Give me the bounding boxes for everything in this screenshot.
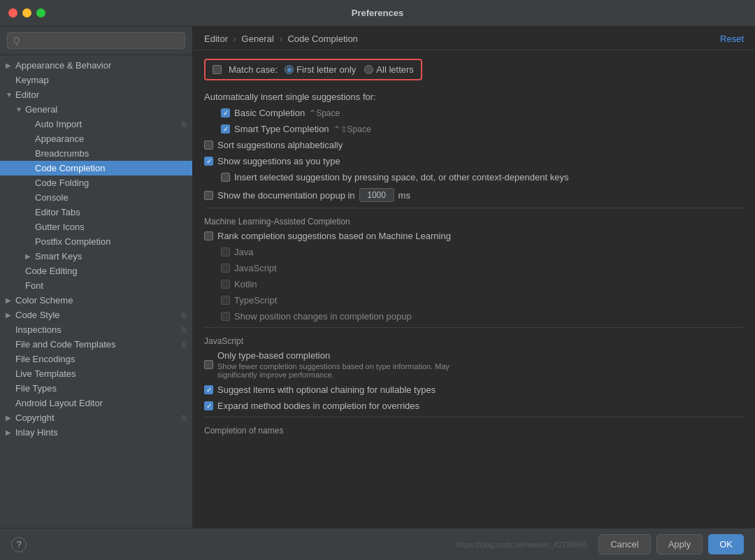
basic-completion-shortcut: ⌃Space — [309, 108, 340, 118]
only-type-based-content: Only type-based completion Show fewer co… — [217, 350, 450, 379]
basic-completion-checkbox[interactable] — [221, 108, 230, 117]
sidebar-item-gutter-icons[interactable]: Gutter Icons — [0, 220, 192, 234]
sidebar-item-editor-tabs[interactable]: Editor Tabs — [0, 205, 192, 220]
sidebar-item-console[interactable]: Console — [0, 190, 192, 205]
sidebar-item-code-completion[interactable]: Code Completion — [0, 161, 192, 175]
sidebar-item-label: Keymap — [15, 75, 187, 85]
sidebar-item-color-scheme[interactable]: ▶Color Scheme — [0, 293, 192, 308]
sidebar-item-label: Appearance — [35, 134, 187, 144]
only-type-based-desc: Show fewer completion suggestions based … — [217, 362, 450, 379]
sidebar-item-appearance-behavior[interactable]: ▶Appearance & Behavior — [0, 58, 192, 73]
insert-by-space-checkbox[interactable] — [221, 173, 230, 182]
sidebar-item-label: File and Code Templates — [15, 339, 179, 350]
sidebar-item-live-templates[interactable]: Live Templates — [0, 366, 192, 381]
help-button[interactable]: ? — [11, 537, 27, 552]
show-suggestions-checkbox[interactable] — [204, 157, 213, 166]
sidebar-item-editor[interactable]: ▼Editor — [0, 87, 192, 102]
match-case-box: Match case: First letter only All letter… — [204, 59, 422, 80]
sidebar-item-label: Code Style — [15, 310, 179, 320]
radio-all-letters[interactable]: All letters — [364, 64, 413, 75]
sidebar-item-font[interactable]: Font — [0, 278, 192, 293]
suggest-nullable-checkbox[interactable] — [204, 385, 213, 394]
sidebar-item-label: Code Editing — [25, 266, 187, 276]
sidebar-item-general[interactable]: ▼General — [0, 102, 192, 117]
ok-button[interactable]: OK — [708, 534, 744, 554]
rank-by-ml-checkbox[interactable] — [204, 231, 213, 240]
sidebar-item-android-layout-editor[interactable]: Android Layout Editor — [0, 396, 192, 410]
sidebar-item-auto-import[interactable]: Auto Import⎘ — [0, 117, 192, 131]
radio-all-letters-btn[interactable] — [364, 65, 373, 74]
sidebar-item-label: Auto Import — [35, 119, 179, 129]
search-input[interactable] — [7, 32, 185, 49]
sidebar-item-inlay-hints[interactable]: ▶Inlay Hints — [0, 425, 192, 440]
kotlin-row: Kotlin — [204, 279, 744, 289]
watermark: https://blog.csdn.net/weixin_42728895 — [456, 540, 587, 549]
divider-3 — [204, 417, 744, 417]
sidebar-item-code-style[interactable]: ▶Code Style⎘ — [0, 308, 192, 322]
divider-1 — [204, 208, 744, 208]
sidebar-item-keymap[interactable]: Keymap — [0, 73, 192, 87]
show-position-changes-label: Show position changes in completion popu… — [234, 311, 412, 322]
sidebar-item-code-editing[interactable]: Code Editing — [0, 264, 192, 278]
sidebar-item-code-folding[interactable]: Code Folding — [0, 175, 192, 190]
close-button[interactable] — [8, 8, 17, 17]
breadcrumb-part-2: Code Completion — [287, 34, 357, 44]
cancel-button[interactable]: Cancel — [598, 534, 650, 554]
js-section-title: JavaScript — [204, 336, 744, 346]
smart-type-checkbox[interactable] — [221, 124, 230, 134]
sort-alphabetically-checkbox[interactable] — [204, 141, 213, 150]
only-type-based-checkbox[interactable] — [204, 360, 213, 369]
doc-popup-ms-unit: ms — [398, 190, 410, 201]
maximize-button[interactable] — [36, 8, 45, 17]
rank-by-ml-label: Rank completion suggestions based on Mac… — [217, 231, 451, 241]
radio-first-letter-btn[interactable] — [285, 65, 294, 74]
window-controls[interactable] — [8, 8, 45, 17]
match-case-checkbox[interactable] — [213, 65, 222, 74]
reset-button[interactable]: Reset — [720, 34, 744, 44]
copy-icon: ⎘ — [182, 311, 187, 320]
sidebar-item-label: Postfix Completion — [35, 236, 187, 247]
sidebar-item-label: Appearance & Behavior — [15, 60, 187, 71]
sidebar-item-breadcrumbs[interactable]: Breadcrumbs — [0, 146, 192, 161]
tree-arrow-icon: ▶ — [6, 296, 15, 304]
tree-arrow-icon: ▶ — [6, 414, 15, 422]
breadcrumb: Editor › General › Code Completion — [204, 34, 358, 44]
minimize-button[interactable] — [22, 8, 31, 17]
suggest-nullable-row: Suggest items with optional chaining for… — [204, 385, 744, 395]
sidebar-item-appearance[interactable]: Appearance — [0, 131, 192, 146]
sidebar-item-file-encodings[interactable]: File Encodings — [0, 352, 192, 366]
show-position-changes-checkbox[interactable] — [221, 312, 230, 321]
window-title: Preferences — [352, 8, 403, 18]
breadcrumb-sep-1: › — [279, 34, 282, 44]
sidebar-item-label: Copyright — [15, 412, 179, 423]
sidebar-item-file-code-templates[interactable]: File and Code Templates⎘ — [0, 337, 192, 352]
sidebar-item-label: Live Templates — [15, 368, 187, 379]
radio-group: First letter only All letters — [285, 64, 414, 75]
radio-first-letter[interactable]: First letter only — [285, 64, 356, 75]
sidebar-item-smart-keys[interactable]: ▶Smart Keys — [0, 249, 192, 264]
sidebar-item-postfix-completion[interactable]: Postfix Completion — [0, 234, 192, 249]
typescript-label: TypeScript — [234, 295, 277, 306]
java-checkbox[interactable] — [221, 247, 230, 257]
sidebar-item-copyright[interactable]: ▶Copyright⎘ — [0, 410, 192, 425]
sidebar-item-file-types[interactable]: File Types — [0, 381, 192, 396]
doc-popup-ms-input[interactable] — [359, 188, 394, 202]
kotlin-checkbox[interactable] — [221, 280, 230, 289]
javascript-checkbox[interactable] — [221, 264, 230, 273]
sidebar-item-label: Editor Tabs — [35, 207, 187, 217]
sidebar-item-inspections[interactable]: Inspections⎘ — [0, 322, 192, 337]
java-row: Java — [204, 247, 744, 257]
breadcrumb-sep-0: › — [233, 34, 236, 44]
tree-arrow-icon: ▶ — [6, 429, 15, 436]
apply-button[interactable]: Apply — [656, 534, 703, 554]
show-doc-popup-checkbox[interactable] — [204, 191, 213, 200]
sidebar-item-label: Android Layout Editor — [15, 398, 187, 408]
auto-insert-section: Automatically insert single suggestions … — [204, 92, 744, 102]
sidebar-item-label: Code Completion — [35, 163, 187, 173]
insert-by-space-row: Insert selected suggestion by pressing s… — [204, 172, 744, 182]
expand-methods-label: Expand method bodies in completion for o… — [217, 401, 419, 411]
typescript-checkbox[interactable] — [221, 296, 230, 305]
sidebar: ▶Appearance & BehaviorKeymap▼Editor▼Gene… — [0, 27, 193, 528]
expand-methods-checkbox[interactable] — [204, 401, 213, 410]
tree-arrow-icon: ▶ — [6, 62, 15, 69]
